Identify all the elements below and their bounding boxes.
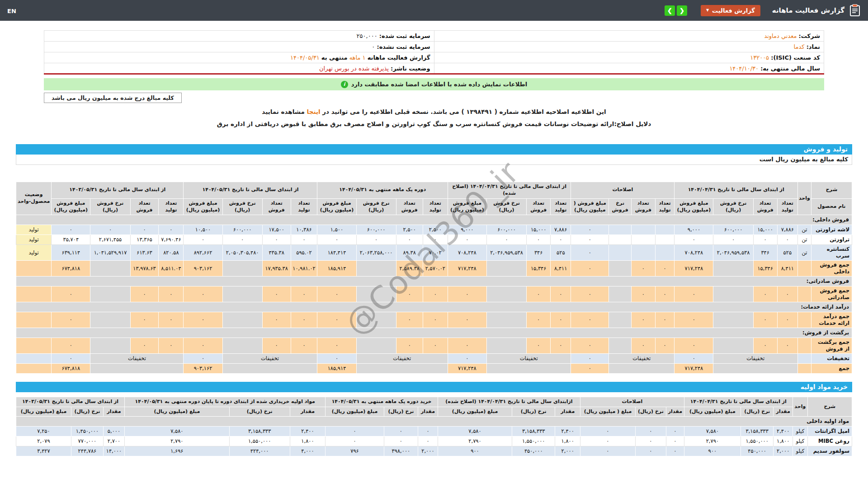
- merged-cell: تخفیفات: [222, 353, 317, 363]
- next-report-button[interactable]: ❯: [677, 5, 687, 16]
- report-nav-group: ❮ ❯: [665, 5, 687, 16]
- value-cell: ۲,۴۰۰: [290, 427, 325, 436]
- previous-report-button[interactable]: ❮: [665, 5, 675, 16]
- previous-version-link[interactable]: اینجا: [307, 108, 321, 115]
- table-row: جمع فروش داخلی۸,۴۱۱۱۵,۳۴۶۷۱۷,۲۴۸۰۰۰۸,۴۱۱…: [16, 261, 852, 277]
- amounts-note-wrap: کلیه مبالغ درج شده به میلیون ریال می باش…: [44, 93, 824, 103]
- value-cell: ۰: [396, 312, 423, 328]
- value-cell: ۰: [551, 286, 571, 302]
- sub-column-header: تعداد فروش: [632, 198, 656, 215]
- value-cell: ۰: [580, 427, 636, 436]
- value-cell: ۲,۷۹۰: [684, 436, 741, 446]
- value-cell: ۰: [418, 436, 438, 446]
- report-type-dropdown[interactable]: گزارش فعالیت ▼: [701, 5, 760, 16]
- fiscal-year-value: ۱۴۰۴/۱۰/۳۰: [729, 65, 759, 72]
- merged-cell: [609, 363, 675, 373]
- sub-column-header: مبلغ فروش (میلیون ریال): [184, 198, 222, 215]
- table-row: فروش داخلی:: [16, 215, 852, 225]
- unit-header: واحد: [797, 182, 811, 215]
- amount-cell: ۰: [675, 353, 713, 363]
- merged-cell: تخفیفات: [713, 353, 798, 363]
- value-cell: ۲,۰۴۶,۹۵۹,۵۳۸: [486, 245, 526, 261]
- value-cell: ۷,۸۸۶: [777, 225, 797, 235]
- value-cell: ۰: [675, 286, 713, 302]
- value-cell: ۰: [262, 235, 291, 245]
- blank-cell: [609, 261, 632, 277]
- merged-cell: تخفیفات: [609, 353, 675, 363]
- value-cell: ۲,۰۰۰: [774, 446, 793, 456]
- blank-cell: [486, 338, 526, 353]
- value-cell: ۱,۵۵۰,۰۰۰: [229, 436, 290, 446]
- value-cell: ۲,۵۸۹.۳۸: [396, 261, 423, 277]
- amount-cell: ۰: [571, 363, 609, 373]
- header-row-groups: شرحواحداز ابتدای سال مالی تا تاریخ ۱۴۰۴/…: [16, 397, 852, 407]
- table-row: جمع برگشت از فروش۰۰۰۰۰۰۰۰۰۰۰۰۰۰۰۰۰۰: [16, 338, 852, 353]
- status-cell: [16, 338, 52, 353]
- value-cell: ۰: [571, 261, 609, 277]
- merged-cell: [356, 363, 448, 373]
- sub-column-header: تعداد تولید: [159, 198, 184, 215]
- value-cell: ۵۲۵: [551, 245, 571, 261]
- report-dropdown-label: گزارش فعالیت: [712, 7, 755, 14]
- isic-cell: کد صنعت (ISIC): ۱۳۲۰۰۵: [434, 52, 824, 63]
- production-sales-table: شرحواحداز ابتدای سال مالی تا تاریخ ۱۴۰۴/…: [16, 182, 852, 374]
- sub-column-header: نرخ فروش (ریال): [713, 198, 753, 215]
- value-cell: ۱۰,۵۰۰: [184, 225, 222, 235]
- merged-cell: تخفیفات: [486, 353, 571, 363]
- top-header-bar: گزارش فعالیت ماهانه گزارش فعالیت ▼ ❮ ❯ E…: [0, 0, 868, 21]
- sub-column-header: مبلغ ( میلیون ریال): [580, 407, 636, 417]
- section-header-raw-materials: خرید مواد اولیه: [16, 382, 852, 392]
- sub-column-header: تعداد فروش: [527, 198, 551, 215]
- value-cell: ۰: [551, 312, 571, 328]
- value-cell: ۲,۶۷۱,۴۵۵: [90, 235, 130, 245]
- language-toggle[interactable]: EN: [7, 8, 16, 14]
- symbol-link[interactable]: کدما: [794, 43, 805, 50]
- value-cell: ۳۹۸,۰۰۰: [384, 446, 418, 456]
- company-name-link[interactable]: معدني دماوند: [764, 33, 797, 39]
- value-cell: ۷,۸۸۶: [551, 225, 571, 235]
- value-cell: ۰: [777, 235, 797, 245]
- sub-column-header: تعداد فروش: [262, 198, 291, 215]
- sub-column-header: نرخ فروش (ریال): [356, 198, 396, 215]
- period-group-header: از ابتدای سال مالی تا تاریخ ۱۴۰۴/۰۴/۳۱ (…: [448, 182, 571, 199]
- value-cell: ۰: [777, 338, 797, 353]
- value-cell: ۴۲۴,۰۰۰: [229, 446, 290, 456]
- period-group-header: اصلاحات: [580, 397, 684, 407]
- amount-cell: ۱۸۵,۹۱۴: [317, 363, 356, 373]
- value-cell: ۰: [527, 312, 551, 328]
- period-group-header: از ابتدای سال مالی تا تاریخ ۱۴۰۴/۰۴/۳۱: [675, 182, 798, 199]
- row-label: لاشه تراورتن: [811, 225, 852, 235]
- unregistered-capital-label: سرمایه ثبت نشده:: [377, 43, 430, 50]
- value-cell: ۰: [52, 286, 90, 302]
- period-group-header: از ابتدای سال مالی تا تاریخ ۱۴۰۳/۰۵/۳۱: [52, 182, 184, 199]
- value-cell: ۴۳۵.۳۸: [262, 245, 291, 261]
- report-icon: [849, 4, 861, 17]
- value-cell: ۰: [655, 261, 675, 277]
- sub-column-header: نرخ فروش (ریال): [222, 198, 262, 215]
- report-period-label: گزارش فعالیت ماهانه: [368, 54, 430, 61]
- sub-column-header: مبلغ فروش (میلیون ریال): [52, 198, 90, 215]
- period-group-header: از ابتدای سال مالی تا تاریخ ۱۴۰۴/۰۴/۳۱: [684, 397, 793, 407]
- company-label: شرکت:: [799, 33, 820, 39]
- value-cell: ۱۸۵,۹۱۴: [317, 261, 356, 277]
- value-cell: ۰: [632, 312, 656, 328]
- sub-column-header: نرخ فروش (ریال): [486, 198, 526, 215]
- table-row: درآمد ارائه خدمات:: [16, 302, 852, 312]
- value-cell: ۲,۷۹۰: [438, 436, 512, 446]
- value-cell: ۵۲۵: [777, 245, 797, 261]
- sub-column-header: مبلغ فروش ( میلیون ریال): [571, 198, 609, 215]
- value-cell: ۸,۵۱۱.۰۴: [159, 261, 184, 277]
- value-cell: ۰: [632, 286, 656, 302]
- value-cell: ۹۰۳,۱۶۲: [184, 261, 222, 277]
- sub-column-header: تعداد فروش: [753, 198, 777, 215]
- description-header: شرح: [807, 397, 852, 417]
- value-cell: ۲,۷۹۰: [125, 436, 229, 446]
- value-cell: ۰: [130, 225, 159, 235]
- sub-column-header: مبلغ فروش (میلیون ریال): [448, 198, 486, 215]
- value-cell: ۱۰,۳۸۶: [291, 225, 317, 235]
- table-row: مواد اولیه داخلی: [16, 417, 852, 427]
- value-cell: [655, 235, 675, 245]
- value-cell: ۹۰۰: [438, 446, 512, 456]
- value-cell: ۷۱۷,۲۴۸: [448, 261, 486, 277]
- sub-column-header: نرخ فروش (ریال): [90, 198, 130, 215]
